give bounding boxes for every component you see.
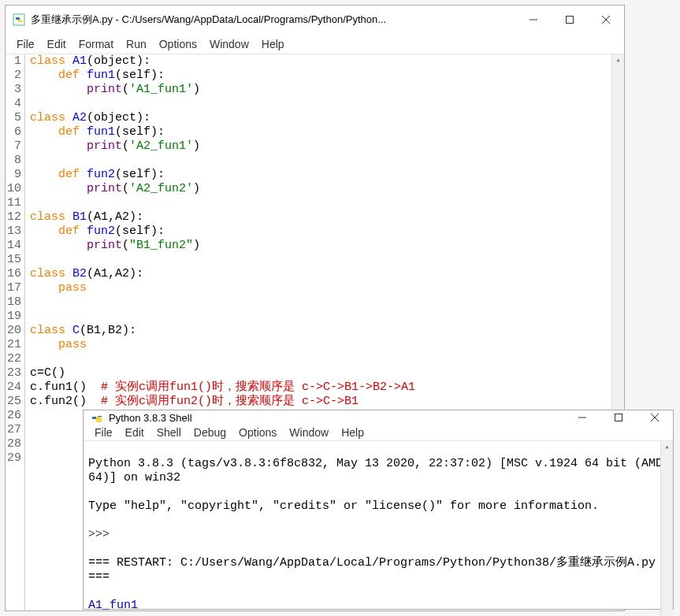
line-number: 11 xyxy=(7,196,21,210)
code-line[interactable]: print('A1_fun1') xyxy=(30,83,415,97)
menu-edit[interactable]: Edit xyxy=(41,36,72,52)
code-line[interactable]: class B1(A1,A2): xyxy=(30,210,415,225)
code-line[interactable]: class A1(object): xyxy=(30,54,415,69)
editor-menubar: File Edit Format Run Options Window Help xyxy=(6,34,624,54)
shell-restart-line: === RESTART: C:/Users/Wang/AppData/Local… xyxy=(88,556,663,584)
line-number: 6 xyxy=(7,125,21,139)
line-number: 26 xyxy=(7,409,21,423)
shell-banner-line: Type "help", "copyright", "credits" or "… xyxy=(88,499,599,513)
line-number: 3 xyxy=(7,83,21,97)
line-number: 12 xyxy=(7,210,21,225)
scroll-up-arrow[interactable]: ▴ xyxy=(661,441,673,454)
code-line[interactable] xyxy=(30,253,415,267)
line-number: 5 xyxy=(7,111,21,125)
python-file-icon xyxy=(12,13,26,27)
line-number: 29 xyxy=(7,451,21,466)
code-line[interactable]: class A2(object): xyxy=(30,111,415,125)
menu-help[interactable]: Help xyxy=(335,425,370,440)
shell-prompt: >>> xyxy=(88,528,117,541)
menu-help[interactable]: Help xyxy=(255,36,291,52)
shell-banner-line: Python 3.8.3 (tags/v3.8.3:6f8c832, May 1… xyxy=(88,457,663,484)
line-number: 21 xyxy=(7,338,21,352)
line-number: 18 xyxy=(7,295,21,310)
menu-run[interactable]: Run xyxy=(120,36,153,52)
line-number: 13 xyxy=(7,225,21,239)
code-line[interactable]: def fun2(self): xyxy=(30,168,415,182)
code-line[interactable] xyxy=(30,97,415,111)
line-number: 15 xyxy=(7,253,21,267)
line-number-gutter: 1234567891011121314151617181920212223242… xyxy=(6,54,25,610)
menu-options[interactable]: Options xyxy=(232,425,283,440)
line-number: 24 xyxy=(7,380,21,395)
menu-file[interactable]: File xyxy=(10,36,41,52)
editor-window-controls xyxy=(515,6,624,34)
menu-options[interactable]: Options xyxy=(153,36,203,52)
shell-titlebar[interactable]: Python 3.8.3 Shell xyxy=(84,410,673,425)
menu-debug[interactable]: Debug xyxy=(188,425,232,440)
menu-file[interactable]: File xyxy=(88,425,119,440)
line-number: 16 xyxy=(7,267,21,281)
code-line[interactable] xyxy=(30,295,415,310)
code-line[interactable]: print('A2_fun1') xyxy=(30,139,415,154)
shell-menubar: File Edit Shell Debug Options Window Hel… xyxy=(84,425,673,441)
editor-titlebar[interactable]: 多重继承示例A.py - C:/Users/Wang/AppData/Local… xyxy=(6,6,624,34)
code-line[interactable]: pass xyxy=(30,338,415,352)
line-number: 22 xyxy=(7,352,21,366)
line-number: 17 xyxy=(7,281,21,295)
shell-title: Python 3.8.3 Shell xyxy=(109,412,192,424)
vertical-scrollbar[interactable]: ▴ ▾ xyxy=(660,441,673,616)
menu-format[interactable]: Format xyxy=(72,36,120,52)
menu-edit[interactable]: Edit xyxy=(119,425,150,440)
code-line[interactable]: pass xyxy=(30,281,415,295)
code-line[interactable]: def fun1(self): xyxy=(30,125,415,139)
code-line[interactable]: print('A2_fun2') xyxy=(30,182,415,196)
close-button[interactable] xyxy=(588,6,624,34)
menu-window[interactable]: Window xyxy=(283,425,335,440)
line-number: 23 xyxy=(7,366,21,380)
minimize-button[interactable] xyxy=(515,6,552,34)
line-number: 19 xyxy=(7,310,21,324)
line-number: 2 xyxy=(7,69,21,83)
code-line[interactable]: class B2(A1,A2): xyxy=(30,267,415,281)
line-number: 28 xyxy=(7,437,21,451)
maximize-button[interactable] xyxy=(600,410,637,425)
line-number: 1 xyxy=(7,54,21,69)
code-line[interactable] xyxy=(30,154,415,168)
shell-output-line: A1_fun1 xyxy=(88,599,138,612)
line-number: 7 xyxy=(7,139,21,154)
code-line[interactable] xyxy=(30,310,415,324)
python-icon xyxy=(90,410,104,425)
code-line[interactable] xyxy=(30,352,415,366)
code-line[interactable]: print("B1_fun2") xyxy=(30,239,415,253)
code-line[interactable]: c.fun2() # 实例c调用fun2()时，搜索顺序是 c->C->B1 xyxy=(30,395,415,409)
line-number: 8 xyxy=(7,154,21,168)
menu-shell[interactable]: Shell xyxy=(150,425,188,440)
svg-rect-2 xyxy=(567,17,574,24)
line-number: 20 xyxy=(7,324,21,338)
code-line[interactable] xyxy=(30,196,415,210)
shell-window-controls xyxy=(564,410,673,425)
scroll-up-arrow[interactable]: ▴ xyxy=(612,54,624,67)
menu-window[interactable]: Window xyxy=(203,36,255,52)
line-number: 27 xyxy=(7,423,21,437)
line-number: 14 xyxy=(7,239,21,253)
minimize-button[interactable] xyxy=(564,410,600,425)
line-number: 9 xyxy=(7,168,21,182)
maximize-button[interactable] xyxy=(552,6,588,34)
code-line[interactable]: c=C() xyxy=(30,366,415,380)
code-line[interactable]: class C(B1,B2): xyxy=(30,324,415,338)
shell-output[interactable]: Python 3.8.3 (tags/v3.8.3:6f8c832, May 1… xyxy=(84,441,673,616)
line-number: 10 xyxy=(7,182,21,196)
line-number: 4 xyxy=(7,97,21,111)
code-line[interactable]: def fun2(self): xyxy=(30,225,415,239)
editor-title: 多重继承示例A.py - C:/Users/Wang/AppData/Local… xyxy=(31,13,386,27)
code-line[interactable]: def fun1(self): xyxy=(30,69,415,83)
code-line[interactable]: c.fun1() # 实例c调用fun1()时，搜索顺序是 c->C->B1->… xyxy=(30,380,415,395)
shell-window: Python 3.8.3 Shell File Edit Shell Debug… xyxy=(83,410,674,610)
line-number: 25 xyxy=(7,395,21,409)
close-button[interactable] xyxy=(637,410,673,425)
svg-rect-6 xyxy=(615,414,622,421)
